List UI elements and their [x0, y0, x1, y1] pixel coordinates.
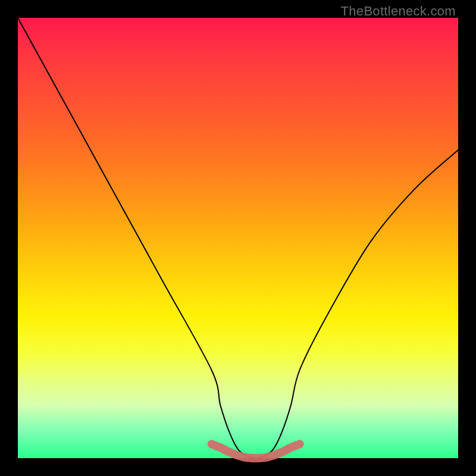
optimal-band	[212, 444, 300, 458]
chart-frame: TheBottleneck.com	[0, 0, 476, 476]
plot-area	[18, 18, 458, 458]
watermark-text: TheBottleneck.com	[341, 4, 456, 19]
bottleneck-curve	[18, 18, 458, 458]
chart-svg	[18, 18, 458, 458]
